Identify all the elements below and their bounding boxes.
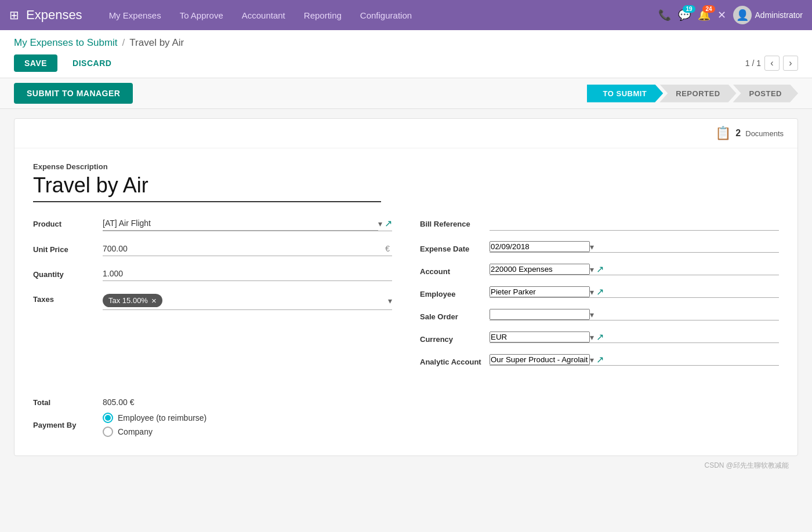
radio-employee-filled	[105, 415, 111, 421]
bill-reference-input[interactable]	[490, 216, 779, 231]
account-value-wrap: ▾ ↗	[490, 264, 779, 275]
field-unit-price: Unit Price €	[33, 242, 392, 256]
taxes-value-wrap: Tax 15.00% × ▾	[103, 291, 392, 310]
notifications-icon-2[interactable]: 🔔 24	[698, 9, 710, 21]
user-name: Administrator	[755, 10, 803, 20]
currency-external-link-icon[interactable]: ↗	[596, 331, 604, 342]
account-dropdown-arrow[interactable]: ▾	[590, 265, 594, 274]
top-navigation: ⊞ Expenses My Expenses To Approve Accoun…	[0, 0, 812, 30]
taxes-dropdown-arrow[interactable]: ▾	[388, 296, 392, 305]
unit-price-label: Unit Price	[33, 242, 103, 254]
currency-value-wrap: ▾ ↗	[490, 331, 779, 343]
analytic-account-external-link-icon[interactable]: ↗	[596, 354, 604, 365]
nav-right-actions: 📞 💬 19 🔔 24 ✕ 👤 Administrator	[658, 6, 803, 24]
employee-label: Employee	[420, 286, 490, 298]
documents-count: 2	[735, 128, 741, 139]
sale-order-dropdown-arrow[interactable]: ▾	[590, 310, 594, 319]
employee-external-link-icon[interactable]: ↗	[596, 286, 604, 297]
nav-reporting[interactable]: Reporting	[296, 7, 350, 24]
payment-label: Payment By	[33, 421, 103, 429]
product-input[interactable]	[103, 216, 378, 231]
field-employee: Employee ▾ ↗	[420, 286, 779, 298]
payment-row: Payment By Employee (to reimburse) Compa…	[33, 413, 779, 437]
quantity-input[interactable]	[103, 267, 392, 281]
pagination-prev[interactable]: ‹	[764, 56, 780, 71]
phone-icon[interactable]: 📞	[658, 9, 671, 21]
account-external-link-icon[interactable]: ↗	[596, 264, 604, 275]
fields-right: Bill Reference Expense Date ▾	[420, 216, 779, 377]
app-brand[interactable]: Expenses	[26, 8, 82, 23]
user-menu[interactable]: 👤 Administrator	[733, 6, 803, 24]
submit-to-manager-button[interactable]: SUBMIT TO MANAGER	[14, 83, 133, 104]
analytic-account-label: Analytic Account	[420, 354, 490, 366]
employee-dropdown-arrow[interactable]: ▾	[590, 287, 594, 297]
account-input[interactable]	[490, 264, 590, 275]
documents-row: 📋 2 Documents	[14, 119, 798, 148]
documents-icon: 📋	[715, 126, 731, 141]
status-step-reported[interactable]: REPORTED	[659, 85, 736, 103]
close-icon[interactable]: ✕	[717, 9, 726, 21]
expense-date-wrap: ▾	[490, 241, 779, 253]
analytic-account-value-wrap: ▾ ↗	[490, 354, 779, 366]
discard-button[interactable]: DISCARD	[62, 54, 122, 72]
field-account: Account ▾ ↗	[420, 264, 779, 276]
payment-option-employee[interactable]: Employee (to reimburse)	[103, 413, 206, 423]
currency-input[interactable]	[490, 331, 590, 342]
radio-employee-circle	[103, 413, 113, 423]
unit-price-wrap: €	[103, 242, 392, 256]
expense-date-value-wrap: ▾	[490, 241, 779, 253]
field-currency: Currency ▾ ↗	[420, 331, 779, 344]
sale-order-value-wrap: ▾	[490, 309, 779, 320]
nav-configuration[interactable]: Configuration	[352, 7, 420, 24]
grid-icon[interactable]: ⊞	[9, 8, 19, 22]
field-sale-order: Sale Order ▾	[420, 309, 779, 321]
field-taxes: Taxes Tax 15.00% × ▾	[33, 291, 392, 310]
breadcrumb-parent[interactable]: My Expenses to Submit	[14, 37, 118, 49]
pagination-info: 1 / 1	[745, 59, 761, 68]
total-value: 805.00 €	[103, 398, 135, 407]
product-external-link-icon[interactable]: ↗	[385, 218, 392, 229]
analytic-account-input[interactable]	[490, 354, 590, 365]
nav-to-approve[interactable]: To Approve	[172, 7, 231, 24]
nav-my-expenses[interactable]: My Expenses	[101, 7, 169, 24]
unit-price-input[interactable]	[103, 242, 383, 256]
field-quantity: Quantity	[33, 267, 392, 281]
currency-dropdown-arrow[interactable]: ▾	[590, 333, 594, 342]
product-value-wrap: ▾ ↗	[103, 216, 392, 231]
product-dropdown-arrow[interactable]: ▾	[378, 219, 382, 228]
analytic-account-wrap: ▾ ↗	[490, 354, 779, 366]
analytic-account-dropdown-arrow[interactable]: ▾	[590, 355, 594, 365]
employee-value-wrap: ▾ ↗	[490, 286, 779, 298]
payment-option-company[interactable]: Company	[103, 427, 206, 437]
notifications-icon-1[interactable]: 💬 19	[678, 9, 691, 21]
pagination-next[interactable]: ›	[783, 56, 798, 71]
expense-title[interactable]: Travel by Air	[33, 173, 381, 202]
expense-date-dropdown-arrow[interactable]: ▾	[590, 242, 594, 252]
radio-company-circle	[103, 427, 113, 437]
tax-tag-remove[interactable]: ×	[151, 296, 157, 305]
expense-description-label: Expense Description	[33, 162, 779, 171]
breadcrumb-separator: /	[122, 37, 125, 49]
main-menu: My Expenses To Approve Accountant Report…	[101, 7, 654, 24]
expense-date-input[interactable]	[490, 241, 590, 252]
currency-wrap: ▾ ↗	[490, 331, 779, 343]
fields-left: Product ▾ ↗ Unit Price	[33, 216, 392, 377]
employee-wrap: ▾ ↗	[490, 286, 779, 298]
page-actions: SAVE DISCARD 1 / 1 ‹ ›	[14, 54, 798, 78]
employee-input[interactable]	[490, 286, 590, 297]
status-step-to-submit[interactable]: TO SUBMIT	[587, 85, 664, 103]
breadcrumb: My Expenses to Submit / Travel by Air	[14, 37, 798, 49]
sale-order-wrap: ▾	[490, 309, 779, 320]
totals-section: Total 805.00 € Payment By Employee (to r…	[33, 391, 779, 437]
pagination: 1 / 1 ‹ ›	[745, 56, 798, 71]
sale-order-input[interactable]	[490, 309, 590, 320]
bill-reference-value-wrap	[490, 216, 779, 231]
watermark: CSDN @邱先生聊软教减能	[14, 456, 798, 475]
status-step-posted[interactable]: POSTED	[733, 85, 798, 103]
unit-price-value-wrap: €	[103, 242, 392, 256]
payment-options: Employee (to reimburse) Company	[103, 413, 206, 437]
save-button[interactable]: SAVE	[14, 54, 57, 72]
total-row: Total 805.00 €	[33, 398, 779, 407]
expense-form: Expense Description Travel by Air Produc…	[14, 148, 798, 456]
nav-accountant[interactable]: Accountant	[234, 7, 293, 24]
